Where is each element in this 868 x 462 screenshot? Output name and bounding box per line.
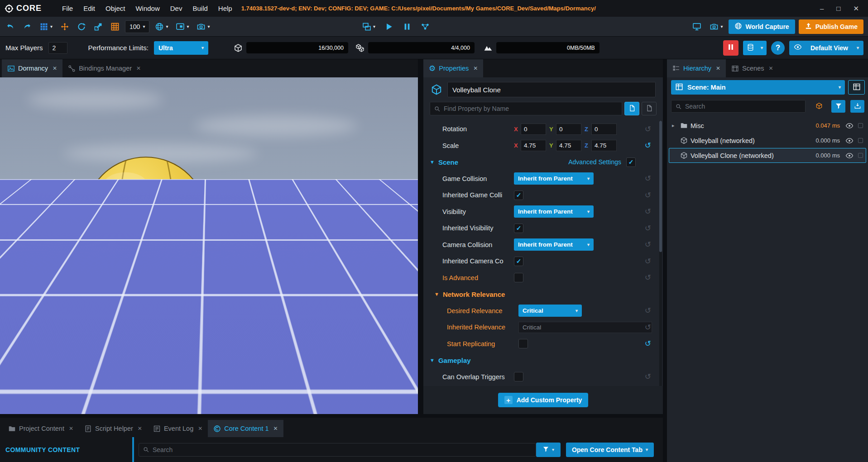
menu-file[interactable]: File <box>62 5 73 12</box>
reset-icon[interactable]: ↺ <box>645 323 651 332</box>
section-caret-icon[interactable]: ▼ <box>430 159 435 165</box>
scale-tool-button[interactable] <box>91 19 105 34</box>
copy-properties-button[interactable] <box>624 102 639 115</box>
menu-help[interactable]: Help <box>218 5 232 12</box>
screen-button[interactable] <box>690 19 704 34</box>
visibility-toggle-icon[interactable] <box>845 137 854 145</box>
visibility-toggle-icon[interactable] <box>845 152 854 160</box>
pause-button[interactable] <box>400 19 414 34</box>
reset-icon[interactable]: ↺ <box>645 124 651 134</box>
hierarchy-search-input[interactable] <box>685 103 801 110</box>
property-checkbox[interactable]: ✓ <box>514 257 523 266</box>
axis-value-input[interactable]: 4.75 <box>521 140 546 151</box>
expand-caret-icon[interactable]: ▸ <box>672 123 677 129</box>
transform-gizmo[interactable] <box>241 198 318 252</box>
axis-value-input[interactable]: 4.75 <box>591 140 617 151</box>
reset-icon[interactable]: ↺ <box>645 273 651 282</box>
close-icon[interactable]: ✕ <box>768 65 773 71</box>
close-icon[interactable]: ✕ <box>53 65 57 71</box>
tab-project-content[interactable]: Project Content✕ <box>3 420 79 437</box>
axis-value-input[interactable]: 0 <box>556 124 581 135</box>
property-checkbox[interactable] <box>518 339 528 348</box>
close-window-button[interactable]: ✕ <box>853 5 859 13</box>
close-icon[interactable]: ✕ <box>69 425 73 432</box>
publish-game-button[interactable]: Publish Game <box>799 19 863 34</box>
property-checkbox[interactable] <box>514 372 523 381</box>
reset-icon[interactable]: ↺ <box>645 372 651 381</box>
paste-properties-button[interactable] <box>642 102 657 115</box>
content-filter-dropdown[interactable]: ▾ <box>536 443 561 457</box>
reset-icon[interactable]: ↺ <box>645 174 651 183</box>
property-checkbox[interactable]: ✓ <box>514 224 523 233</box>
reset-icon[interactable]: ↺ <box>645 339 651 348</box>
undo-button[interactable] <box>4 19 17 34</box>
restore-button[interactable]: □ <box>836 5 840 13</box>
scrollbar-thumb[interactable] <box>659 121 662 252</box>
property-checkbox[interactable] <box>514 273 523 282</box>
world-capture-button[interactable]: World Capture <box>729 19 795 34</box>
rotate-tool-button[interactable] <box>75 19 88 34</box>
menu-edit[interactable]: Edit <box>83 5 95 12</box>
property-dropdown[interactable]: Inherit from Parent▾ <box>514 172 594 185</box>
content-search-input[interactable] <box>153 446 532 453</box>
hierarchy-filter-button[interactable] <box>831 100 845 113</box>
axis-value-input[interactable]: 4.75 <box>556 140 581 151</box>
world-options-dropdown[interactable]: ▾ <box>153 19 170 34</box>
camera-options-dropdown[interactable]: ▾ <box>194 19 212 34</box>
properties-scrollbar[interactable] <box>659 121 662 386</box>
axis-value-input[interactable]: 0 <box>521 124 546 135</box>
volleyball-object[interactable] <box>82 155 209 282</box>
tab-event-log[interactable]: Event Log✕ <box>148 420 208 437</box>
menu-dev[interactable]: Dev <box>170 5 182 12</box>
grid-toggle-button[interactable] <box>108 19 122 34</box>
tab-dormancy[interactable]: Dormancy✕ <box>2 59 62 77</box>
property-dropdown[interactable]: Inherit from Parent▾ <box>514 238 594 251</box>
reset-icon[interactable]: ↺ <box>645 224 651 233</box>
axis-value-input[interactable]: 0 <box>591 124 617 135</box>
viewport-3d[interactable] <box>0 77 418 414</box>
menu-window[interactable]: Window <box>135 5 159 12</box>
tab-scenes[interactable]: Scenes✕ <box>726 59 778 77</box>
performance-quality-dropdown[interactable]: Ultra▾ <box>154 41 208 55</box>
menu-object[interactable]: Object <box>106 5 125 12</box>
max-players-input[interactable] <box>48 42 67 54</box>
multiplayer-preview-dropdown[interactable]: ▾ <box>360 19 378 34</box>
close-icon[interactable]: ✕ <box>473 65 478 71</box>
networked-preview-button[interactable] <box>418 19 432 34</box>
property-checkbox[interactable]: ✓ <box>514 191 523 200</box>
capture-settings-dropdown[interactable]: ▾ <box>707 19 725 34</box>
play-button[interactable] <box>382 19 396 34</box>
visibility-toggle-icon[interactable] <box>845 122 854 130</box>
import-button[interactable] <box>850 100 864 113</box>
move-tool-button[interactable] <box>58 19 72 34</box>
advanced-settings-checkbox[interactable]: ✓ <box>626 157 636 167</box>
close-icon[interactable]: ✕ <box>136 65 141 71</box>
networked-filter-button[interactable] <box>812 100 826 113</box>
menu-build[interactable]: Build <box>192 5 207 12</box>
default-view-dropdown[interactable]: Default View▾ <box>789 41 863 55</box>
viewport-options-dropdown[interactable]: ▾ <box>173 19 191 34</box>
reset-icon[interactable]: ↺ <box>645 207 651 216</box>
reset-icon[interactable]: ↺ <box>645 191 651 200</box>
reset-icon[interactable]: ↺ <box>645 306 651 315</box>
reset-icon[interactable]: ↺ <box>645 240 651 249</box>
section-caret-icon[interactable]: ▼ <box>430 357 435 363</box>
close-icon[interactable]: ✕ <box>716 65 720 71</box>
hierarchy-row-volleyball-networked[interactable]: Volleyball (networked)0.000 ms <box>669 133 866 148</box>
property-search-input[interactable] <box>444 105 618 112</box>
hierarchy-row-misc[interactable]: ▸Misc0.047 ms <box>669 118 866 133</box>
hierarchy-row-volleyball-clone-networked[interactable]: Volleyball Clone (networked)0.000 ms <box>669 148 866 163</box>
camera-frame-icon[interactable] <box>858 153 863 158</box>
performance-pause-button[interactable] <box>723 40 739 56</box>
open-core-content-tab-button[interactable]: Open Core Content Tab ▾ <box>566 443 654 457</box>
close-icon[interactable]: ✕ <box>273 425 278 432</box>
help-button[interactable]: ? <box>771 41 785 55</box>
camera-frame-icon[interactable] <box>858 123 863 128</box>
camera-frame-icon[interactable] <box>858 138 863 143</box>
property-dropdown[interactable]: Inherit from Parent▾ <box>514 205 594 218</box>
data-panel-dropdown[interactable]: ▾ <box>743 41 767 55</box>
tab-bindings-manager[interactable]: Bindings Manager✕ <box>62 59 146 77</box>
add-custom-property-button[interactable]: + Add Custom Property <box>498 393 589 407</box>
section-caret-icon[interactable]: ▼ <box>434 291 439 297</box>
reset-icon[interactable]: ↺ <box>645 141 651 150</box>
